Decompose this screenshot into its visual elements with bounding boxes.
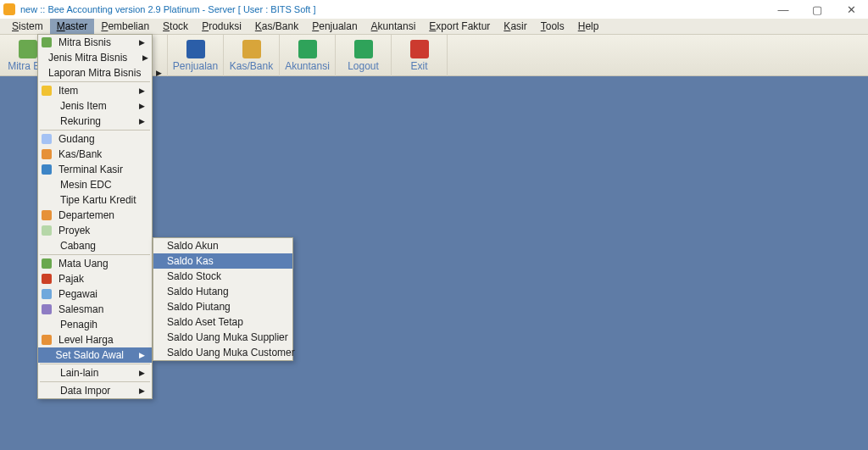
menu-produksi[interactable]: Produksi bbox=[195, 19, 248, 34]
menu-icon bbox=[42, 318, 55, 331]
saldo-item-saldo-stock[interactable]: Saldo Stock bbox=[153, 269, 292, 284]
menu-akuntansi[interactable]: Akuntansi bbox=[364, 19, 423, 34]
toolbar-logout[interactable]: Logout bbox=[336, 35, 392, 77]
submenu-item-label: Saldo Piutang bbox=[167, 301, 286, 313]
master-item-jenis-mitra-bisnis[interactable]: Jenis Mitra Bisnis▶ bbox=[38, 50, 152, 65]
menu-item-label: Proyek bbox=[58, 225, 145, 236]
toolbar-exit[interactable]: Exit bbox=[392, 35, 448, 77]
menu-icon bbox=[42, 164, 52, 175]
menu-icon bbox=[42, 304, 52, 314]
close-button[interactable]: ✕ bbox=[834, 0, 868, 19]
menu-help[interactable]: Help bbox=[571, 19, 606, 34]
toolbar-label: Kas/Bank bbox=[230, 60, 273, 72]
menu-icon bbox=[42, 384, 55, 397]
master-item-terminal-kasir[interactable]: Terminal Kasir bbox=[38, 162, 152, 177]
menu-icon bbox=[42, 86, 52, 96]
master-item-kas-bank[interactable]: Kas/Bank bbox=[38, 147, 152, 162]
menu-icon bbox=[42, 134, 52, 144]
menu-stock[interactable]: Stock bbox=[156, 19, 195, 34]
menu-kas-bank[interactable]: Kas/Bank bbox=[248, 19, 305, 34]
submenu-item-label: Saldo Uang Muka Supplier bbox=[167, 331, 288, 343]
menu-item-label: Set Saldo Awal bbox=[55, 349, 124, 361]
chevron-right-icon: ▶ bbox=[139, 117, 145, 125]
master-item-rekuring[interactable]: Rekuring▶ bbox=[38, 114, 152, 129]
master-item-lain-lain[interactable]: Lain-lain▶ bbox=[38, 365, 152, 381]
menu-pembelian[interactable]: Pembelian bbox=[94, 19, 156, 34]
master-item-data-impor[interactable]: Data Impor▶ bbox=[38, 383, 152, 398]
set-saldo-awal-submenu[interactable]: Saldo AkunSaldo KasSaldo StockSaldo Huta… bbox=[153, 237, 293, 361]
master-item-proyek[interactable]: Proyek bbox=[38, 223, 152, 238]
menu-icon bbox=[42, 289, 52, 299]
master-item-gudang[interactable]: Gudang bbox=[38, 131, 152, 147]
master-item-pajak[interactable]: Pajak bbox=[38, 271, 152, 286]
menu-sistem[interactable]: Sistem bbox=[5, 19, 50, 34]
chevron-right-icon: ▶ bbox=[139, 386, 145, 395]
menubar: SistemMasterPembelianStockProduksiKas/Ba… bbox=[0, 19, 868, 34]
master-item-pegawai[interactable]: Pegawai bbox=[38, 286, 152, 302]
menu-icon bbox=[42, 258, 52, 269]
master-item-mata-uang[interactable]: Mata Uang bbox=[38, 256, 152, 271]
menu-icon bbox=[42, 178, 55, 192]
saldo-item-saldo-uang-muka-supplier[interactable]: Saldo Uang Muka Supplier bbox=[153, 330, 292, 345]
menu-icon bbox=[42, 335, 52, 345]
toolbar-label: Exit bbox=[410, 60, 427, 72]
chevron-right-icon: ▶ bbox=[139, 351, 145, 359]
menu-penjualan[interactable]: Penjualan bbox=[305, 19, 364, 34]
saldo-item-saldo-aset-tetap[interactable]: Saldo Aset Tetap bbox=[153, 314, 292, 330]
titlebar: new :: Bee Accounting version 2.9 Platin… bbox=[0, 0, 868, 19]
master-dropdown[interactable]: Mitra Bisnis▶Jenis Mitra Bisnis▶Laporan … bbox=[37, 34, 153, 399]
submenu-item-label: Saldo Hutang bbox=[167, 286, 286, 297]
Kas/Bank-icon bbox=[242, 40, 261, 58]
menu-item-label: Laporan Mitra Bisnis bbox=[48, 67, 141, 79]
master-item-mesin-edc[interactable]: Mesin EDC bbox=[38, 177, 152, 192]
master-item-salesman[interactable]: Salesman bbox=[38, 302, 152, 317]
maximize-button[interactable]: ▢ bbox=[800, 0, 834, 19]
master-item-departemen[interactable]: Departemen bbox=[38, 208, 152, 223]
menu-icon bbox=[42, 99, 55, 113]
chevron-right-icon: ▶ bbox=[156, 69, 162, 77]
master-item-set-saldo-awal[interactable]: Set Saldo Awal▶ bbox=[38, 347, 152, 363]
master-item-cabang[interactable]: Cabang bbox=[38, 238, 152, 253]
menu-icon bbox=[42, 239, 55, 253]
menu-item-label: Jenis Mitra Bisnis bbox=[48, 52, 127, 64]
menu-item-label: Cabang bbox=[60, 240, 145, 252]
minimize-button[interactable]: — bbox=[766, 0, 800, 19]
chevron-right-icon: ▶ bbox=[142, 53, 148, 62]
Penjualan-icon bbox=[186, 40, 205, 58]
menu-item-label: Jenis Item bbox=[60, 100, 124, 112]
toolbar-kas-bank[interactable]: Kas/Bank bbox=[224, 35, 280, 77]
master-item-penagih[interactable]: Penagih bbox=[38, 317, 152, 332]
master-item-jenis-item[interactable]: Jenis Item▶ bbox=[38, 98, 152, 114]
Mitra Bis-icon bbox=[19, 40, 37, 58]
master-item-tipe-kartu-kredit[interactable]: Tipe Kartu Kredit bbox=[38, 192, 152, 208]
saldo-item-saldo-uang-muka-customer[interactable]: Saldo Uang Muka Customer bbox=[153, 345, 292, 360]
toolbar-label: Logout bbox=[348, 60, 379, 72]
menu-kasir[interactable]: Kasir bbox=[497, 19, 533, 34]
saldo-item-saldo-hutang[interactable]: Saldo Hutang bbox=[153, 284, 292, 299]
saldo-item-saldo-akun[interactable]: Saldo Akun bbox=[153, 238, 292, 253]
menu-item-label: Penagih bbox=[60, 319, 145, 331]
menu-item-label: Salesman bbox=[58, 303, 145, 315]
Akuntansi-icon bbox=[298, 40, 317, 58]
master-item-item[interactable]: Item▶ bbox=[38, 83, 152, 98]
menu-item-label: Mitra Bisnis bbox=[58, 36, 124, 48]
toolbar-penjualan[interactable]: Penjualan bbox=[168, 35, 224, 77]
saldo-item-saldo-kas[interactable]: Saldo Kas bbox=[153, 253, 292, 269]
submenu-item-label: Saldo Kas bbox=[167, 255, 286, 267]
menu-tools[interactable]: Tools bbox=[534, 19, 571, 34]
menu-item-label: Pajak bbox=[58, 273, 145, 285]
menu-export-faktur[interactable]: Export Faktur bbox=[422, 19, 497, 34]
Logout-icon bbox=[354, 40, 373, 58]
menu-item-label: Gudang bbox=[58, 133, 145, 145]
menu-item-label: Data Impor bbox=[60, 385, 124, 397]
master-item-mitra-bisnis[interactable]: Mitra Bisnis▶ bbox=[38, 35, 152, 50]
toolbar-label: Penjualan bbox=[173, 60, 218, 72]
menu-icon bbox=[42, 225, 52, 236]
saldo-item-saldo-piutang[interactable]: Saldo Piutang bbox=[153, 299, 292, 314]
menu-master[interactable]: Master bbox=[50, 19, 95, 34]
window-title: new :: Bee Accounting version 2.9 Platin… bbox=[20, 4, 316, 14]
master-item-level-harga[interactable]: Level Harga bbox=[38, 332, 152, 347]
master-item-laporan-mitra-bisnis[interactable]: Laporan Mitra Bisnis▶ bbox=[38, 65, 152, 81]
menu-item-label: Mesin EDC bbox=[60, 179, 145, 191]
toolbar-akuntansi[interactable]: Akuntansi bbox=[280, 35, 336, 77]
